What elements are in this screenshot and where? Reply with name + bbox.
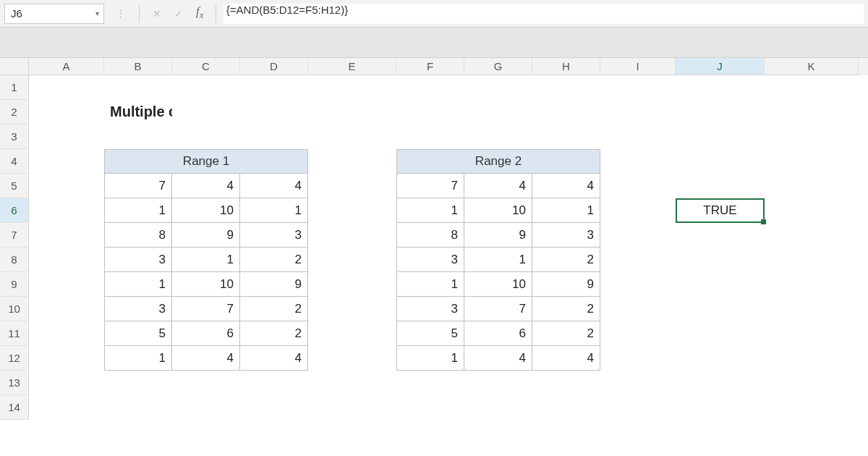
cell-B9[interactable]: 1 [104, 272, 172, 297]
col-header-K[interactable]: K [765, 58, 859, 75]
cell-I11[interactable] [600, 321, 676, 346]
cell-J11[interactable] [676, 321, 765, 346]
cell-F9[interactable]: 1 [396, 272, 464, 297]
cell-D5[interactable]: 4 [240, 174, 308, 198]
row-header-2[interactable]: 2 [0, 100, 29, 124]
cell-E13[interactable] [308, 371, 396, 395]
fx-icon[interactable]: fx [196, 5, 204, 21]
cell-K2[interactable] [765, 100, 859, 124]
cell-F8[interactable]: 3 [396, 248, 464, 272]
cell-B10[interactable]: 3 [104, 297, 172, 321]
cell-J1[interactable] [676, 75, 765, 100]
cell-C2[interactable] [172, 100, 240, 124]
cell-J13[interactable] [676, 371, 765, 395]
cell-H6[interactable]: 1 [532, 198, 600, 223]
col-header-I[interactable]: I [600, 58, 676, 75]
cell-I3[interactable] [600, 124, 676, 149]
cell-I12[interactable] [600, 346, 676, 371]
cell-I4[interactable] [600, 149, 676, 174]
cell-D11[interactable]: 2 [240, 321, 308, 346]
cell-F13[interactable] [396, 371, 464, 395]
cell-K12[interactable] [765, 346, 859, 371]
page-title[interactable]: Multiple cells are equal [104, 100, 172, 124]
cell-E12[interactable] [308, 346, 396, 371]
col-header-G[interactable]: G [464, 58, 532, 75]
cell-I8[interactable] [600, 248, 676, 272]
cell-C1[interactable] [172, 75, 240, 100]
cell-B1[interactable] [104, 75, 172, 100]
cell-G1[interactable] [464, 75, 532, 100]
cell-A2[interactable] [29, 100, 104, 124]
cell-C9[interactable]: 10 [172, 272, 240, 297]
cell-D9[interactable]: 9 [240, 272, 308, 297]
cell-I9[interactable] [600, 272, 676, 297]
cell-J7[interactable] [676, 223, 765, 248]
cell-E2[interactable] [308, 100, 396, 124]
cell-C14[interactable] [172, 395, 240, 420]
cell-A7[interactable] [29, 223, 104, 248]
cell-G14[interactable] [464, 395, 532, 420]
cell-F5[interactable]: 7 [396, 174, 464, 198]
cell-D1[interactable] [240, 75, 308, 100]
cell-B3[interactable] [104, 124, 172, 149]
cell-B8[interactable]: 3 [104, 248, 172, 272]
cell-D12[interactable]: 4 [240, 346, 308, 371]
cell-K7[interactable] [765, 223, 859, 248]
cell-A10[interactable] [29, 297, 104, 321]
row-header-4[interactable]: 4 [0, 149, 29, 174]
cell-K10[interactable] [765, 297, 859, 321]
cell-K4[interactable] [765, 149, 859, 174]
row-header-9[interactable]: 9 [0, 272, 29, 297]
cell-I13[interactable] [600, 371, 676, 395]
cell-F1[interactable] [396, 75, 464, 100]
cell-G3[interactable] [464, 124, 532, 149]
cell-E14[interactable] [308, 395, 396, 420]
cell-B13[interactable] [104, 371, 172, 395]
cell-A8[interactable] [29, 248, 104, 272]
cell-J8[interactable] [676, 248, 765, 272]
cell-D3[interactable] [240, 124, 308, 149]
cell-H12[interactable]: 4 [532, 346, 600, 371]
cell-J4[interactable] [676, 149, 765, 174]
cell-E6[interactable] [308, 198, 396, 223]
cell-A9[interactable] [29, 272, 104, 297]
cell-H10[interactable]: 2 [532, 297, 600, 321]
cell-D2[interactable] [240, 100, 308, 124]
cell-F12[interactable]: 1 [396, 346, 464, 371]
cell-H5[interactable]: 4 [532, 174, 600, 198]
cell-H7[interactable]: 3 [532, 223, 600, 248]
cell-H11[interactable]: 2 [532, 321, 600, 346]
cell-H8[interactable]: 2 [532, 248, 600, 272]
cell-I6[interactable] [600, 198, 676, 223]
col-header-D[interactable]: D [240, 58, 308, 75]
col-header-H[interactable]: H [532, 58, 600, 75]
cell-F11[interactable]: 5 [396, 321, 464, 346]
cell-B6[interactable]: 1 [104, 198, 172, 223]
cell-A5[interactable] [29, 174, 104, 198]
cell-E10[interactable] [308, 297, 396, 321]
col-header-A[interactable]: A [29, 58, 104, 75]
cell-H2[interactable] [532, 100, 600, 124]
cell-B11[interactable]: 5 [104, 321, 172, 346]
cell-K8[interactable] [765, 248, 859, 272]
cell-F3[interactable] [396, 124, 464, 149]
cell-C3[interactable] [172, 124, 240, 149]
cell-C10[interactable]: 7 [172, 297, 240, 321]
cell-G5[interactable]: 4 [464, 174, 532, 198]
cell-I7[interactable] [600, 223, 676, 248]
cell-I14[interactable] [600, 395, 676, 420]
cell-G7[interactable]: 9 [464, 223, 532, 248]
cell-D7[interactable]: 3 [240, 223, 308, 248]
cell-B12[interactable]: 1 [104, 346, 172, 371]
row-header-12[interactable]: 12 [0, 346, 29, 371]
cell-E4[interactable] [308, 149, 396, 174]
cell-I2[interactable] [600, 100, 676, 124]
cell-E7[interactable] [308, 223, 396, 248]
cell-H9[interactable]: 9 [532, 272, 600, 297]
cell-K11[interactable] [765, 321, 859, 346]
name-box-dropdown-icon[interactable]: ▾ [95, 9, 99, 17]
cell-E1[interactable] [308, 75, 396, 100]
cell-G8[interactable]: 1 [464, 248, 532, 272]
cell-I1[interactable] [600, 75, 676, 100]
cell-I10[interactable] [600, 297, 676, 321]
